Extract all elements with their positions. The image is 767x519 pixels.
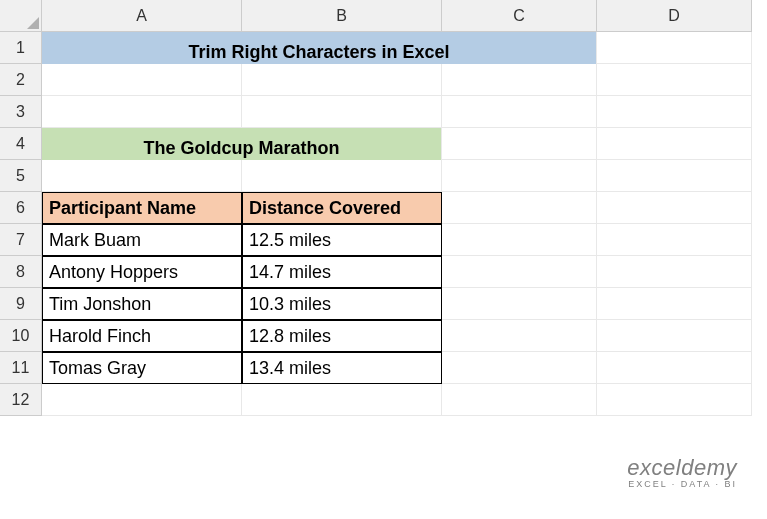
cell-D1[interactable] xyxy=(597,32,752,64)
col-header-A[interactable]: A xyxy=(42,0,242,32)
cell-A2[interactable] xyxy=(42,64,242,96)
cell-C7[interactable] xyxy=(442,224,597,256)
row-header-12[interactable]: 12 xyxy=(0,384,42,416)
cell-A3[interactable] xyxy=(42,96,242,128)
col-header-B[interactable]: B xyxy=(242,0,442,32)
table-row[interactable]: 10.3 miles xyxy=(242,288,442,320)
row-header-3[interactable]: 3 xyxy=(0,96,42,128)
cell-C9[interactable] xyxy=(442,288,597,320)
cell-B5[interactable] xyxy=(242,160,442,192)
col-header-D[interactable]: D xyxy=(597,0,752,32)
table-row[interactable]: Tim Jonshon xyxy=(42,288,242,320)
cell-D8[interactable] xyxy=(597,256,752,288)
cell-B3[interactable] xyxy=(242,96,442,128)
cell-D11[interactable] xyxy=(597,352,752,384)
row-header-7[interactable]: 7 xyxy=(0,224,42,256)
table-row[interactable]: Harold Finch xyxy=(42,320,242,352)
select-all-corner[interactable] xyxy=(0,0,42,32)
cell-C3[interactable] xyxy=(442,96,597,128)
row-header-1[interactable]: 1 xyxy=(0,32,42,64)
cell-A5[interactable] xyxy=(42,160,242,192)
table-row[interactable]: 14.7 miles xyxy=(242,256,442,288)
spreadsheet-grid: A B C D 1 Trim Right Characters in Excel… xyxy=(0,0,767,416)
cell-C5[interactable] xyxy=(442,160,597,192)
watermark-title: exceldemy xyxy=(627,455,737,481)
row-header-11[interactable]: 11 xyxy=(0,352,42,384)
cell-D5[interactable] xyxy=(597,160,752,192)
cell-D4[interactable] xyxy=(597,128,752,160)
cell-A12[interactable] xyxy=(42,384,242,416)
cell-B2[interactable] xyxy=(242,64,442,96)
cell-D12[interactable] xyxy=(597,384,752,416)
cell-B12[interactable] xyxy=(242,384,442,416)
watermark: exceldemy EXCEL · DATA · BI xyxy=(627,455,737,489)
cell-D10[interactable] xyxy=(597,320,752,352)
cell-D9[interactable] xyxy=(597,288,752,320)
table-row[interactable]: 12.5 miles xyxy=(242,224,442,256)
row-header-6[interactable]: 6 xyxy=(0,192,42,224)
table-header-distance[interactable]: Distance Covered xyxy=(242,192,442,224)
cell-C6[interactable] xyxy=(442,192,597,224)
table-row[interactable]: Mark Buam xyxy=(42,224,242,256)
row-header-4[interactable]: 4 xyxy=(0,128,42,160)
table-row[interactable]: Antony Hoppers xyxy=(42,256,242,288)
cell-C12[interactable] xyxy=(442,384,597,416)
cell-C2[interactable] xyxy=(442,64,597,96)
cell-D7[interactable] xyxy=(597,224,752,256)
watermark-sub: EXCEL · DATA · BI xyxy=(627,479,737,489)
cell-C11[interactable] xyxy=(442,352,597,384)
cell-D3[interactable] xyxy=(597,96,752,128)
col-header-C[interactable]: C xyxy=(442,0,597,32)
row-header-10[interactable]: 10 xyxy=(0,320,42,352)
row-header-9[interactable]: 9 xyxy=(0,288,42,320)
table-row[interactable]: 13.4 miles xyxy=(242,352,442,384)
table-row[interactable]: 12.8 miles xyxy=(242,320,442,352)
cell-D6[interactable] xyxy=(597,192,752,224)
row-header-5[interactable]: 5 xyxy=(0,160,42,192)
cell-C10[interactable] xyxy=(442,320,597,352)
row-header-2[interactable]: 2 xyxy=(0,64,42,96)
cell-D2[interactable] xyxy=(597,64,752,96)
table-header-participant[interactable]: Participant Name xyxy=(42,192,242,224)
row-header-8[interactable]: 8 xyxy=(0,256,42,288)
cell-C4[interactable] xyxy=(442,128,597,160)
table-row[interactable]: Tomas Gray xyxy=(42,352,242,384)
cell-C8[interactable] xyxy=(442,256,597,288)
